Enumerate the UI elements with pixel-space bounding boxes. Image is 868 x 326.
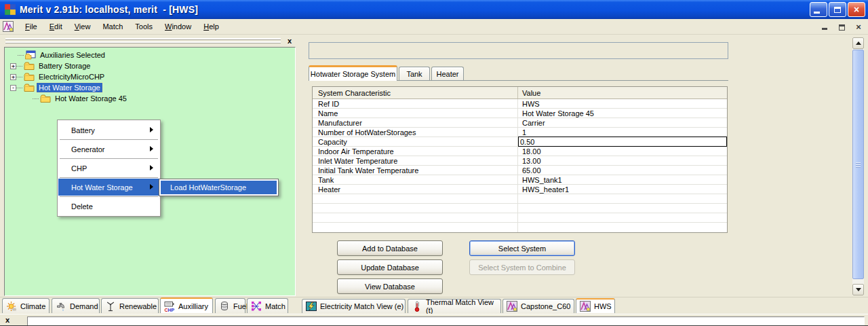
table-row-empty[interactable] [313,213,727,223]
tab-auxilliary[interactable]: CHP Auxilliary [160,297,213,313]
bottom-panel-close-button[interactable]: x [5,316,9,324]
arrow-up-icon [856,41,861,45]
tree-item-battery-storage[interactable]: + Battery Storage [5,60,295,71]
tab-heater[interactable]: Heater [431,67,464,81]
menu-match[interactable]: Match [96,20,129,33]
add-to-database-button[interactable]: Add to Database [337,240,443,256]
table-row[interactable]: Initial Tank Water Temperature 65.00 [313,166,727,175]
tab-match[interactable]: Match [247,298,288,313]
tree-item-electricitymicrochp[interactable]: + ElectricityMicroCHP [5,71,295,82]
mdi-minimize-button[interactable] [819,22,830,31]
bottom-panel-content[interactable] [27,316,865,326]
table-row[interactable]: Ref ID HWS [313,99,727,109]
tab-renewable[interactable]: Renewable [101,298,159,313]
tab-electricity-match-view[interactable]: Electricity Match View (e) [302,299,406,313]
menu-hotkey: E [50,22,54,31]
menu-hotkey: V [75,22,79,31]
close-button[interactable]: × [848,2,865,17]
value-cell-editing[interactable]: 0.50 [518,137,727,147]
value-cell[interactable]: 13.00 [518,156,727,165]
table-row[interactable]: Tank HWS_tank1 [313,175,727,185]
mdi-close-button[interactable]: × [853,22,864,31]
select-system-to-combine-button[interactable]: Select System to Combine [469,259,575,275]
dock-panel-header[interactable]: x [4,37,296,46]
restore-button[interactable] [829,2,846,17]
tree-item-auxiliaries-selected[interactable]: Auxiliaries Selected [18,50,295,60]
menu-window[interactable]: Window [159,20,197,33]
tab-label: Renewable [119,302,157,310]
expand-toggle[interactable]: - [10,85,16,91]
merit-doc-icon [580,301,591,312]
scroll-up-button[interactable] [852,37,864,49]
submenu-item-load-hotwaterstorage[interactable]: Load HotWaterStorage [161,181,277,194]
context-menu-item-chp[interactable]: CHP [58,160,159,177]
menu-hotkey: H [203,22,209,31]
tab-label: Electricity Match View (e) [320,302,403,310]
tree-item-hot-water-storage[interactable]: - Hot Water Storage [5,82,295,93]
bottom-dock-panel: x [0,314,868,326]
tab-tank[interactable]: Tank [399,67,430,81]
tab-fuel[interactable]: Fuel [215,298,245,313]
context-menu-item-hot-water-storage[interactable]: Hot Water Storage [58,179,159,196]
value-cell[interactable]: Hot Water Storage 45 [518,109,727,117]
tab-hotwater-storage-system[interactable]: Hotwater Storage System [309,65,397,81]
tree-connector [16,66,22,67]
table-row-empty[interactable] [313,194,727,204]
table-row-empty[interactable] [313,223,727,232]
tab-hws[interactable]: HWS [576,298,615,313]
menu-hotkey: F [25,22,30,31]
context-menu-item-generator[interactable]: Generator [58,141,159,158]
value-cell[interactable]: 18.00 [518,147,727,156]
mdi-restore-button[interactable] [836,22,847,31]
value-cell[interactable]: HWS_heater1 [518,185,727,194]
context-menu-item-delete[interactable]: Delete [58,198,159,215]
menu-view[interactable]: View [68,20,97,33]
scrollbar-thumb[interactable] [852,50,864,279]
menu-item-label: Generator [71,145,105,153]
tree-item-hot-water-storage-45[interactable]: Hot Water Storage 45 [33,93,295,104]
tab-thermal-match-view[interactable]: Thermal Match View (t) [408,299,501,313]
menu-edit[interactable]: Edit [43,20,68,33]
table-row[interactable]: Manufacturer Carrier [313,118,727,128]
update-database-button[interactable]: Update Database [337,259,443,275]
vertical-scrollbar[interactable] [852,37,864,295]
value-cell[interactable]: 1 [518,128,727,137]
value-cell[interactable]: HWS_tank1 [518,175,727,184]
table-row[interactable]: Number of HotWaterStorages 1 [313,128,727,137]
restore-icon [834,7,841,13]
value-cell[interactable]: 65.00 [518,166,727,175]
table-row-capacity[interactable]: Capacity 0.50 [313,137,727,147]
select-system-button[interactable]: Select System [469,240,575,256]
value-cell[interactable]: HWS [518,99,727,108]
tree-item-label-selected: Hot Water Storage [37,83,102,92]
value-cell [518,194,727,203]
dock-close-button[interactable]: x [285,36,294,46]
tree-connector [33,98,39,99]
value-cell[interactable]: Carrier [518,118,727,127]
match-icon [251,301,262,312]
minimize-icon [814,12,820,14]
value-cell [518,204,727,213]
table-row[interactable]: Inlet Water Temperature 13.00 [313,156,727,166]
tab-demand[interactable]: Demand [52,298,100,313]
menu-file[interactable]: File [19,20,43,33]
tab-label: Tank [406,70,422,78]
menu-help[interactable]: Help [197,20,225,33]
column-header-value[interactable]: Value [518,89,727,97]
scroll-down-button[interactable] [852,284,864,295]
tab-capstone-c60[interactable]: Capstone_C60 [502,299,574,313]
lightning-icon [306,301,317,312]
system-name-textbox[interactable] [309,42,728,59]
table-row[interactable]: Indoor Air Temperature 18.00 [313,147,727,156]
table-row[interactable]: Heater HWS_heater1 [313,185,727,194]
column-header-characteristic[interactable]: System Characteristic [313,87,518,98]
menu-tools[interactable]: Tools [129,20,159,33]
table-row[interactable]: Name Hot Water Storage 45 [313,109,727,118]
minimize-button[interactable] [810,2,827,17]
table-row-empty[interactable] [313,204,727,213]
expand-toggle[interactable]: + [10,63,16,69]
view-database-button[interactable]: View Database [337,278,443,294]
tab-climate[interactable]: Climate [2,298,50,313]
context-menu-item-battery[interactable]: Battery [58,122,159,139]
expand-toggle[interactable]: + [10,74,16,80]
